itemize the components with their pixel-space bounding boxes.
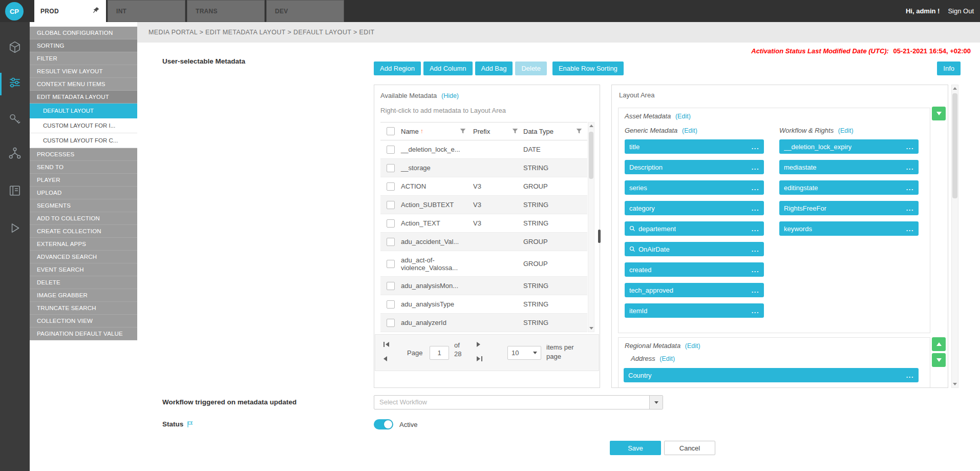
edit-link[interactable]: (Edit) [685,342,700,350]
chip-menu-icon[interactable]: ... [752,184,759,192]
save-button[interactable]: Save [610,441,661,455]
row-checkbox[interactable] [387,282,395,290]
metadata-chip[interactable]: itemId... [625,303,764,318]
scroll-down-icon[interactable] [589,327,593,330]
sidebar-item-segments[interactable]: SEGMENTS [30,199,137,212]
sidebar-item-result-view-layout[interactable]: RESULT VIEW LAYOUT [30,65,137,78]
previous-page-button[interactable] [384,356,387,361]
chip-menu-icon[interactable]: ... [906,372,914,379]
table-row[interactable]: ACTION V3 GROUP [380,177,587,196]
sidebar-item-filter[interactable]: FILTER [30,52,137,65]
add-bag-button[interactable]: Add Bag [475,62,513,75]
scroll-down-icon[interactable] [953,383,957,385]
layout-scrollbar[interactable] [951,85,958,388]
cancel-button[interactable]: Cancel [664,441,715,455]
table-row[interactable]: Action_TEXT V3 STRING [380,214,587,233]
edit-link[interactable]: (Edit) [682,127,697,134]
sidebar-item-custom-layout-2[interactable]: CUSTOM LAYOUT FOR C... [30,133,137,148]
next-page-button[interactable] [477,342,480,347]
scroll-up-icon[interactable] [589,125,593,127]
page-input[interactable] [430,346,449,360]
chip-menu-icon[interactable]: ... [752,307,759,315]
sidebar-item-edit-metadata-layout[interactable]: EDIT METADATA LAYOUT [30,91,137,104]
panel-resize-handle[interactable] [598,230,601,243]
table-row[interactable]: adu_analysisType STRING [380,295,587,314]
edit-link[interactable]: (Edit) [838,127,854,134]
pin-icon[interactable] [93,7,100,15]
table-row[interactable]: adu_accident_Val... GROUP [380,233,587,251]
chip-menu-icon[interactable]: ... [906,163,914,171]
metadata-chip[interactable]: series... [625,180,764,195]
select-all-checkbox[interactable] [387,127,395,135]
add-region-button[interactable]: Add Region [374,62,421,75]
chip-menu-icon[interactable]: ... [752,163,759,171]
move-section-down-button[interactable] [932,107,946,120]
last-page-button[interactable] [477,356,482,361]
metadata-chip[interactable]: __deletion_lock_expiry... [779,139,919,154]
filter-icon[interactable] [460,128,466,134]
env-tab-dev[interactable]: DEV [266,0,344,22]
edit-link[interactable]: (Edit) [675,113,691,120]
sign-out-link[interactable]: Sign Out [948,7,974,15]
sidebar-item-send-to[interactable]: SEND TO [30,161,137,174]
add-column-button[interactable]: Add Column [423,62,473,75]
column-header-prefix[interactable]: Prefix [473,128,523,135]
metadata-chip[interactable]: keywords... [779,221,919,236]
env-tab-int[interactable]: INT [108,0,185,22]
filter-icon[interactable] [512,128,518,134]
sidebar-item-custom-layout-1[interactable]: CUSTOM LAYOUT FOR I... [30,118,137,133]
chip-menu-icon[interactable]: ... [752,143,759,151]
filter-icon[interactable] [576,128,582,134]
sidebar-item-event-search[interactable]: EVENT SEARCH [30,263,137,276]
sidebar-item-pagination-default-value[interactable]: PAGINATION DEFAULT VALUE [30,327,137,340]
sidebar-item-image-grabber[interactable]: IMAGE GRABBER [30,289,137,302]
sidebar-item-delete[interactable]: DELETE [30,276,137,289]
sidebar-item-processes[interactable]: PROCESSES [30,148,137,161]
breadcrumb[interactable]: MEDIA PORTAL > EDIT METADATA LAYOUT > DE… [137,22,980,43]
metadata-chip[interactable]: OnAirDate ... [625,242,764,256]
library-icon[interactable] [8,184,22,197]
enable-row-sorting-button[interactable]: Enable Row Sorting [552,62,624,75]
first-page-button[interactable] [384,342,389,347]
sidebar-item-advanced-search[interactable]: ADVANCED SEARCH [30,251,137,263]
chip-menu-icon[interactable]: ... [906,143,914,151]
metadata-chip[interactable]: tech_approved... [625,283,764,297]
scrollbar-thumb[interactable] [952,93,957,198]
assets-icon[interactable] [8,40,22,54]
sidebar-item-default-layout[interactable]: DEFAULT LAYOUT [30,104,137,118]
sidebar-item-player[interactable]: PLAYER [30,174,137,187]
chip-menu-icon[interactable]: ... [752,245,759,253]
scrollbar-thumb[interactable] [589,132,593,179]
metadata-chip[interactable]: RightsFreeFor... [779,201,919,215]
configuration-icon[interactable] [8,76,22,89]
move-section-down-button[interactable] [932,353,946,367]
metadata-chip[interactable]: Country ... [624,368,919,382]
chip-menu-icon[interactable]: ... [752,225,759,233]
row-checkbox[interactable] [387,219,395,228]
row-checkbox[interactable] [387,146,395,154]
info-button[interactable]: Info [937,62,961,75]
chip-menu-icon[interactable]: ... [752,286,759,294]
grid-scrollbar[interactable] [588,122,594,332]
table-row[interactable]: __storage STRING [380,159,587,177]
chip-menu-icon[interactable]: ... [906,204,914,212]
sidebar-item-sorting[interactable]: SORTING [30,39,137,52]
sidebar-item-upload[interactable]: UPLOAD [30,187,137,199]
column-header-name[interactable]: Name ↑ [401,128,473,135]
hierarchy-icon[interactable] [8,147,22,160]
metadata-chip[interactable]: title... [625,139,764,154]
status-toggle[interactable] [374,419,393,429]
delete-button[interactable]: Delete [515,62,547,75]
row-checkbox[interactable] [387,238,395,246]
metadata-chip[interactable]: Description... [625,160,764,174]
metadata-chip[interactable]: mediastate... [779,160,919,174]
row-checkbox[interactable] [387,201,395,209]
sidebar-item-context-menu-items[interactable]: CONTEXT MENU ITEMS [30,78,137,91]
table-row[interactable]: adu_analysisMon... STRING [380,277,587,295]
sidebar-item-create-collection[interactable]: CREATE COLLECTION [30,225,137,238]
row-checkbox[interactable] [387,164,395,172]
page-size-select[interactable]: 10 [507,346,541,360]
sidebar-item-collection-view[interactable]: COLLECTION VIEW [30,315,137,327]
app-logo[interactable]: CP [5,2,24,21]
sidebar-item-truncate-search[interactable]: TRUNCATE SEARCH [30,302,137,315]
